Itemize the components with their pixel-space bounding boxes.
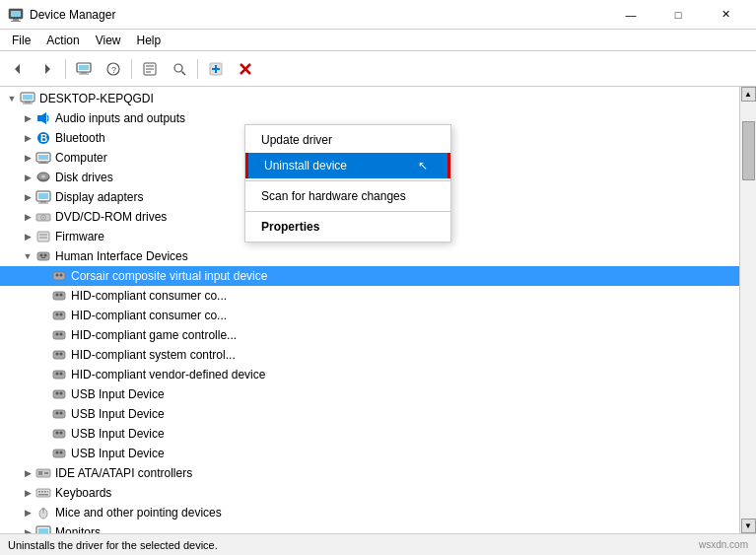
mice-icon — [35, 505, 51, 520]
tree-item-hid3[interactable]: HID-compliant game controlle... — [0, 325, 739, 345]
menu-file[interactable]: File — [4, 32, 38, 49]
expand-disk[interactable]: ▶ — [20, 170, 35, 185]
svg-rect-84 — [44, 472, 48, 474]
svg-rect-41 — [38, 203, 48, 204]
add-button[interactable] — [202, 55, 230, 83]
expand-keyboards[interactable]: ▶ — [20, 485, 35, 501]
svg-point-53 — [56, 274, 59, 277]
title-bar: Device Manager — □ ✕ — [0, 0, 756, 30]
expand-audio[interactable]: ▶ — [20, 110, 35, 126]
hid1-label: HID-compliant consumer co... — [71, 289, 227, 303]
svg-rect-55 — [53, 292, 65, 300]
toolbar-sep-2 — [131, 59, 132, 79]
tree-item-keyboards[interactable]: ▶ Keyboards — [0, 483, 739, 503]
svg-rect-85 — [36, 489, 50, 497]
expand-display[interactable]: ▶ — [20, 189, 35, 205]
usb3-icon — [51, 426, 67, 442]
tree-item-usb3[interactable]: USB Input Device — [0, 424, 739, 444]
back-button[interactable] — [4, 55, 32, 83]
tree-item-hid2[interactable]: HID-compliant consumer co... — [0, 306, 739, 325]
computer-icon — [20, 91, 35, 106]
computer-sm-icon — [35, 150, 51, 166]
help-button[interactable]: ? — [100, 55, 127, 83]
uninstall-device-label: Uninstall device — [264, 159, 347, 173]
tree-item-hid[interactable]: ▼ Human Interface Devices — [0, 246, 739, 266]
tree-item-corsair[interactable]: Corsair composite virtual input device — [0, 266, 739, 286]
remove-button[interactable] — [232, 55, 259, 83]
toolbar: ? — [0, 51, 756, 87]
scroll-up[interactable]: ▲ — [741, 87, 756, 102]
monitor-icon — [35, 524, 51, 533]
usb1-label: USB Input Device — [71, 387, 165, 401]
svg-point-81 — [60, 451, 63, 454]
expand-usb3 — [35, 426, 51, 442]
tree-item-hid4[interactable]: HID-compliant system control... — [0, 345, 739, 365]
expand-monitors[interactable]: ▶ — [20, 524, 35, 533]
svg-point-75 — [60, 412, 63, 415]
expand-dvd[interactable]: ▶ — [20, 209, 35, 225]
tree-item-ide[interactable]: ▶ IDE ATA/ATAPI controllers — [0, 463, 739, 483]
properties-button[interactable] — [136, 55, 164, 83]
svg-point-59 — [56, 313, 59, 316]
usb1-icon — [51, 386, 67, 402]
tree-item-monitors[interactable]: ▶ Monitors — [0, 522, 739, 533]
expand-mice[interactable]: ▶ — [20, 505, 35, 520]
expand-hid[interactable]: ▼ — [20, 248, 35, 264]
update-driver-label: Update driver — [261, 133, 332, 147]
svg-point-66 — [60, 353, 63, 356]
close-button[interactable]: ✕ — [703, 0, 748, 30]
scroll-thumb[interactable] — [742, 121, 755, 180]
svg-rect-61 — [53, 331, 65, 339]
svg-line-17 — [182, 71, 186, 75]
usb2-label: USB Input Device — [71, 407, 165, 421]
svg-rect-89 — [47, 491, 48, 493]
expand-hid2 — [35, 308, 51, 323]
computer-button[interactable] — [70, 55, 98, 83]
scroll-down[interactable]: ▼ — [741, 519, 756, 533]
window-title: Device Manager — [30, 8, 115, 22]
menu-help[interactable]: Help — [129, 32, 170, 49]
expand-firmware[interactable]: ▶ — [20, 229, 35, 244]
expand-computer[interactable]: ▶ — [20, 150, 35, 166]
expand-corsair — [35, 268, 51, 284]
maximize-button[interactable]: □ — [655, 0, 701, 30]
svg-rect-58 — [53, 312, 65, 319]
tree-item-root[interactable]: ▼ DESKTOP-KEPQGDI — [0, 89, 739, 108]
properties-label: Properties — [261, 220, 319, 234]
audio-icon — [35, 110, 51, 126]
svg-marker-28 — [41, 112, 46, 124]
forward-button[interactable] — [34, 55, 61, 83]
context-menu-update[interactable]: Update driver — [245, 127, 450, 153]
tree-item-hid1[interactable]: HID-compliant consumer co... — [0, 286, 739, 306]
svg-rect-8 — [81, 72, 87, 74]
svg-rect-32 — [38, 155, 48, 160]
expand-ide[interactable]: ▶ — [20, 465, 35, 481]
expand-bluetooth[interactable]: ▶ — [20, 130, 35, 146]
scan-button[interactable] — [166, 55, 193, 83]
context-menu-scan[interactable]: Scan for hardware changes — [245, 183, 450, 209]
hid-label: Human Interface Devices — [55, 249, 188, 263]
tree-item-usb4[interactable]: USB Input Device — [0, 444, 739, 463]
ide-icon — [35, 465, 51, 481]
tree-item-usb1[interactable]: USB Input Device — [0, 384, 739, 404]
menu-view[interactable]: View — [88, 32, 129, 49]
expand-root[interactable]: ▼ — [4, 91, 20, 106]
context-menu-uninstall[interactable]: Uninstall device ↖ — [245, 153, 450, 178]
svg-rect-73 — [53, 410, 65, 418]
svg-text:?: ? — [111, 65, 116, 75]
tree-item-hid5[interactable]: HID-compliant vendor-defined device — [0, 365, 739, 384]
monitors-label: Monitors — [55, 525, 101, 533]
svg-rect-51 — [41, 257, 45, 258]
menu-action[interactable]: Action — [38, 32, 87, 49]
svg-rect-34 — [38, 163, 48, 164]
expand-hid3 — [35, 327, 51, 343]
scrollbar[interactable]: ▲ ▼ — [739, 87, 756, 533]
hid-icon — [35, 248, 51, 264]
tree-item-mice[interactable]: ▶ Mice and other pointing devices — [0, 503, 739, 522]
tree-item-usb2[interactable]: USB Input Device — [0, 404, 739, 424]
hid2-label: HID-compliant consumer co... — [71, 309, 227, 322]
minimize-button[interactable]: — — [608, 0, 653, 30]
corsair-label: Corsair composite virtual input device — [71, 269, 267, 283]
context-menu-properties[interactable]: Properties — [245, 214, 450, 240]
mice-label: Mice and other pointing devices — [55, 506, 222, 520]
